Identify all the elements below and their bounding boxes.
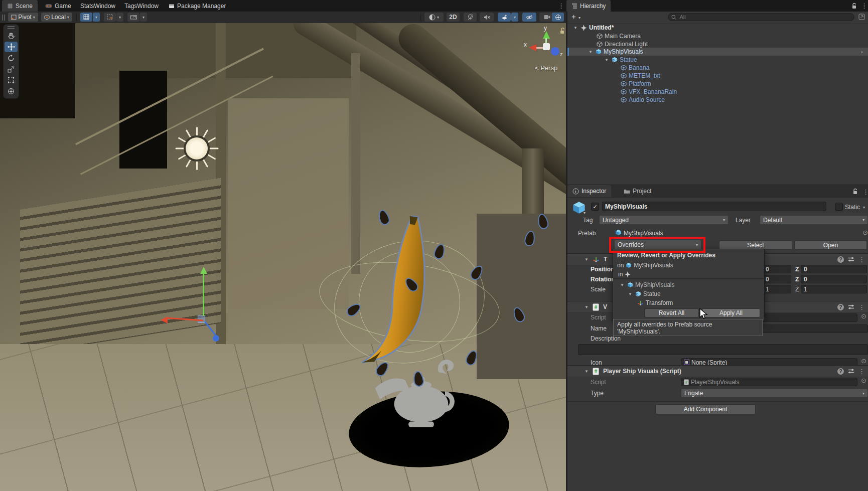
scale-tool-button[interactable] — [5, 64, 18, 74]
tab-statswindow[interactable]: StatsWindow — [75, 0, 120, 12]
handle-rotation-button[interactable]: Local▾ — [41, 13, 72, 22]
prefab-value[interactable]: MyShipVisuals — [624, 230, 663, 237]
audio-mute-button[interactable] — [480, 13, 494, 22]
move-gizmo-y-axis[interactable] — [203, 273, 204, 316]
scene-view-menu-icon[interactable]: ⋮ — [558, 0, 564, 12]
open-button[interactable]: Open — [794, 240, 867, 250]
persp-label[interactable]: < Persp — [535, 64, 557, 72]
script-picker-icon[interactable]: ⊙ — [861, 312, 866, 320]
increment-snap-button[interactable] — [127, 13, 139, 22]
create-object-button[interactable]: + — [571, 12, 576, 21]
hierarchy-lock-icon[interactable] — [851, 3, 857, 9]
snap-toggle-button[interactable] — [104, 13, 116, 22]
rotate-tool-button[interactable] — [5, 53, 18, 63]
component-menu-icon[interactable]: ⋮ — [858, 366, 865, 377]
rotation-z-field[interactable]: 0 — [801, 275, 867, 283]
hierarchy-item-scene[interactable]: ▼ Untitled* — [567, 24, 868, 32]
foldout-icon[interactable]: ▼ — [589, 50, 594, 54]
gizmo-y-cone[interactable] — [543, 31, 550, 39]
foldout-icon[interactable]: ▼ — [620, 283, 625, 287]
prefab-open-chevron[interactable]: › — [861, 49, 863, 55]
foldout-icon[interactable]: ▼ — [585, 305, 590, 309]
revert-all-button[interactable]: Revert All — [644, 308, 699, 317]
increment-dropdown-button[interactable]: ▾ — [140, 13, 147, 22]
hierarchy-item-directional-light[interactable]: Directional Light — [567, 40, 868, 48]
tools-drag-handle[interactable] — [7, 26, 15, 29]
foldout-icon[interactable]: ▼ — [585, 369, 590, 374]
sun-gizmo[interactable] — [175, 126, 219, 171]
2d-toggle-button[interactable]: 2D — [447, 13, 460, 22]
static-dropdown-arrow[interactable]: ▾ — [863, 205, 865, 210]
component-menu-icon[interactable]: ⋮ — [858, 301, 865, 313]
hierarchy-item-main-camera[interactable]: Main Camera — [567, 32, 868, 40]
hierarchy-item-platform[interactable]: Platform — [567, 80, 868, 88]
hierarchy-item-banana[interactable]: Banana — [567, 64, 868, 72]
scene-viewport[interactable]: y x z < Persp — [0, 23, 566, 491]
foldout-icon[interactable]: ▼ — [585, 257, 590, 262]
presets-icon[interactable] — [848, 256, 854, 262]
scene-visibility-button[interactable] — [522, 13, 536, 22]
gizmo-center-cube[interactable] — [543, 43, 550, 50]
tab-game[interactable]: Game — [40, 0, 76, 12]
gizmo-lock-icon[interactable] — [559, 27, 565, 34]
help-icon[interactable]: ? — [837, 304, 844, 310]
banana-statue[interactable] — [336, 206, 457, 377]
search-input[interactable] — [678, 14, 851, 21]
hierarchy-item-statue[interactable]: ▼ Statue — [567, 56, 868, 64]
position-z-field[interactable]: 0 — [801, 265, 867, 273]
scene-lighting-button[interactable] — [464, 13, 477, 22]
popup-tree-statue[interactable]: ▼ Statue — [613, 290, 779, 298]
hand-tool-button[interactable] — [5, 31, 18, 41]
script-picker-icon[interactable]: ⊙ — [861, 377, 866, 384]
search-window-icon[interactable] — [858, 14, 865, 20]
shading-mode-button[interactable]: ▾ — [424, 13, 444, 22]
hierarchy-item-metem-txt[interactable]: METEM_txt — [567, 72, 868, 80]
script-reference-field[interactable]: # PlayerShipVisuals — [681, 378, 857, 386]
grid-dropdown-button[interactable]: ▾ — [93, 13, 100, 22]
component-menu-icon[interactable]: ⋮ — [858, 254, 865, 265]
hierarchy-item-myshipvisuals[interactable]: ▼ MyShipVisuals › — [567, 48, 868, 56]
presets-icon[interactable] — [848, 304, 854, 310]
add-component-button[interactable]: Add Component — [655, 404, 756, 414]
tab-project[interactable]: Project — [619, 185, 656, 197]
popup-tree-transform[interactable]: Transform — [613, 299, 788, 307]
snap-dropdown-button[interactable]: ▾ — [116, 13, 123, 22]
tab-scene[interactable]: Scene — [2, 0, 38, 12]
tab-inspector[interactable]: Inspector — [567, 185, 611, 197]
popup-tree-myshipvisuals[interactable]: ▼ MyShipVisuals — [613, 281, 771, 289]
hierarchy-search[interactable] — [668, 13, 854, 21]
description-field[interactable] — [578, 344, 868, 355]
help-icon[interactable]: ? — [837, 256, 844, 263]
scale-z-field[interactable]: 1 — [801, 285, 867, 293]
hierarchy-menu-icon[interactable]: ⋮ — [861, 0, 867, 12]
pivot-mode-button[interactable]: Pivot▾ — [8, 13, 38, 22]
inspector-menu-icon[interactable]: ⋮ — [862, 186, 868, 198]
tab-tagswindow[interactable]: TagsWindow — [119, 0, 164, 12]
tab-package-manager[interactable]: Package Manager — [164, 0, 231, 12]
static-checkbox[interactable] — [835, 203, 843, 211]
effects-dropdown-button[interactable]: ▾ — [511, 13, 518, 22]
foldout-icon[interactable]: ▼ — [605, 58, 610, 62]
create-dropdown-arrow[interactable]: ▾ — [578, 16, 581, 20]
transform-tool-button[interactable] — [5, 86, 18, 96]
foldout-icon[interactable]: ▼ — [573, 26, 578, 30]
effects-toggle-button[interactable] — [498, 13, 511, 22]
toolbar-drag-handle[interactable] — [2, 14, 6, 21]
prefab-picker-icon[interactable]: ⊙ — [862, 229, 868, 236]
gizmo-x-cone[interactable] — [529, 44, 536, 51]
grid-visibility-button[interactable] — [80, 13, 92, 22]
gameobject-name-field[interactable] — [602, 202, 826, 211]
hierarchy-item-vfx-bananarain[interactable]: VFX_BananaRain — [567, 88, 868, 96]
apply-all-button[interactable]: Apply All — [702, 308, 760, 317]
icon-picker-icon[interactable]: ⊙ — [861, 357, 866, 365]
inspector-lock-icon[interactable] — [852, 188, 858, 195]
icon-picker-arrow[interactable]: ▾ — [584, 211, 586, 215]
help-icon[interactable]: ? — [837, 368, 844, 375]
hierarchy-item-audio-source[interactable]: Audio Source — [567, 96, 868, 104]
player-ship-visuals-header[interactable]: ▼ # Player Ship Visuals (Script) ? ⋮ — [567, 365, 868, 377]
type-dropdown[interactable]: Frigate▾ — [681, 389, 868, 398]
active-checkbox[interactable]: ✓ — [591, 203, 599, 211]
component-tools-button[interactable] — [552, 13, 564, 22]
gizmo-z-ball[interactable] — [551, 47, 559, 56]
tab-hierarchy[interactable]: Hierarchy — [566, 0, 611, 12]
